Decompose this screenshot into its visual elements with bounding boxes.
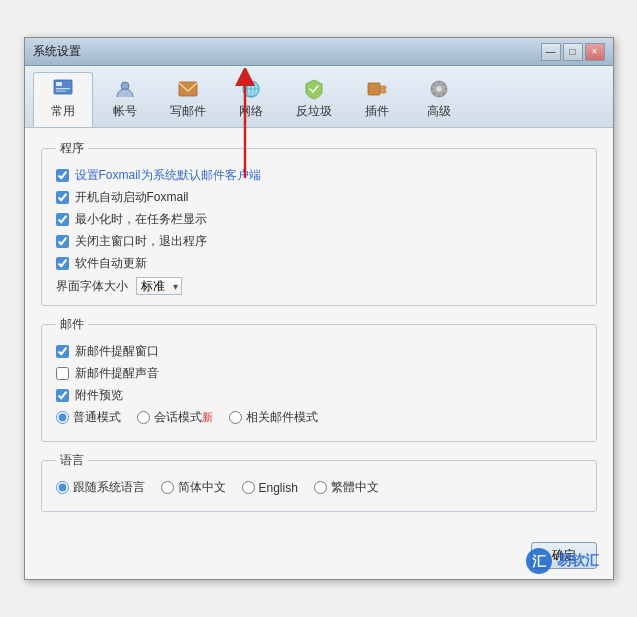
checkbox-default-client-label: 设置Foxmail为系统默认邮件客户端 [75,167,261,184]
tab-plugin-label: 插件 [365,103,389,120]
radio-item-traditional-chinese: 繁體中文 [314,479,379,496]
checkbox-close-exit-label: 关闭主窗口时，退出程序 [75,233,207,250]
tab-account-label: 帐号 [113,103,137,120]
tab-advanced[interactable]: 高级 [409,72,469,127]
radio-english-label: English [259,481,298,495]
radio-item-english: English [242,481,298,495]
checkbox-minimize-tray[interactable] [56,213,69,226]
checkbox-attachment-preview[interactable] [56,389,69,402]
font-size-row: 界面字体大小 标准 大 小 [56,277,582,295]
language-section-title: 语言 [56,452,88,469]
tab-spam-label: 反垃圾 [296,103,332,120]
svg-rect-12 [380,90,386,93]
radio-item-related: 相关邮件模式 [229,409,318,426]
checkbox-row-default-client: 设置Foxmail为系统默认邮件客户端 [56,167,582,184]
footer: 确定 汇 易软汇 [25,534,613,579]
radio-english[interactable] [242,481,255,494]
svg-rect-2 [56,88,70,89]
checkbox-close-exit[interactable] [56,235,69,248]
program-section-title: 程序 [56,140,88,157]
checkbox-new-mail-sound-label: 新邮件提醒声音 [75,365,159,382]
font-size-select-wrapper: 标准 大 小 [136,277,182,295]
language-row: 跟随系统语言 简体中文 English 繁體中文 [56,479,582,496]
tab-network[interactable]: 网络 [221,72,281,127]
tab-plugin[interactable]: 插件 [347,72,407,127]
checkbox-attachment-preview-label: 附件预览 [75,387,123,404]
radio-item-normal: 普通模式 [56,409,121,426]
checkbox-new-mail-window-label: 新邮件提醒窗口 [75,343,159,360]
network-icon [239,77,263,101]
tab-common-label: 常用 [51,103,75,120]
maximize-button[interactable]: □ [563,43,583,61]
plugin-icon [365,77,389,101]
language-section: 语言 跟随系统语言 简体中文 English 繁體中文 [41,452,597,512]
font-size-select[interactable]: 标准 大 小 [136,277,182,295]
radio-simplified-chinese[interactable] [161,481,174,494]
settings-window: 系统设置 — □ × 常用 [24,37,614,580]
svg-rect-1 [56,82,62,86]
svg-rect-10 [368,83,380,95]
mail-mode-row: 普通模式 会话模式新 相关邮件模式 [56,409,582,426]
checkbox-auto-start-label: 开机自动启动Foxmail [75,189,189,206]
checkbox-row-minimize-tray: 最小化时，在任务栏显示 [56,211,582,228]
font-size-label: 界面字体大小 [56,278,128,295]
tab-compose-label: 写邮件 [170,103,206,120]
svg-point-14 [435,86,442,93]
watermark-logo-icon: 汇 [525,547,553,575]
watermark: 汇 易软汇 [525,547,599,575]
window-title: 系统设置 [33,43,81,60]
program-section: 程序 设置Foxmail为系统默认邮件客户端 开机自动启动Foxmail 最小化… [41,140,597,306]
tab-common[interactable]: 常用 [33,72,93,127]
radio-traditional-chinese[interactable] [314,481,327,494]
checkbox-default-client[interactable] [56,169,69,182]
tab-advanced-label: 高级 [427,103,451,120]
advanced-icon [427,77,451,101]
radio-traditional-chinese-label: 繁體中文 [331,479,379,496]
minimize-button[interactable]: — [541,43,561,61]
radio-normal-mode[interactable] [56,411,69,424]
tab-compose[interactable]: 写邮件 [157,72,219,127]
titlebar: 系统设置 — □ × [25,38,613,66]
checkbox-new-mail-window[interactable] [56,345,69,358]
checkbox-auto-update-label: 软件自动更新 [75,255,147,272]
radio-item-follow-system: 跟随系统语言 [56,479,145,496]
checkbox-new-mail-sound[interactable] [56,367,69,380]
mail-section: 邮件 新邮件提醒窗口 新邮件提醒声音 附件预览 普通模式 [41,316,597,442]
checkbox-minimize-tray-label: 最小化时，在任务栏显示 [75,211,207,228]
radio-item-conversation: 会话模式新 [137,409,213,426]
tab-network-label: 网络 [239,103,263,120]
tab-spam[interactable]: 反垃圾 [283,72,345,127]
new-badge: 新 [202,411,213,423]
checkbox-auto-update[interactable] [56,257,69,270]
titlebar-controls: — □ × [541,43,605,61]
radio-conversation-mode-label: 会话模式新 [154,409,213,426]
svg-text:汇: 汇 [532,553,547,569]
radio-simplified-chinese-label: 简体中文 [178,479,226,496]
radio-related-mode-label: 相关邮件模式 [246,409,318,426]
checkbox-row-new-mail-window: 新邮件提醒窗口 [56,343,582,360]
checkbox-row-new-mail-sound: 新邮件提醒声音 [56,365,582,382]
tabbar: 常用 帐号 写邮件 [25,66,613,128]
svg-rect-3 [56,91,66,92]
spam-icon [302,77,326,101]
svg-rect-5 [179,82,197,96]
close-button[interactable]: × [585,43,605,61]
radio-item-simplified-chinese: 简体中文 [161,479,226,496]
radio-normal-mode-label: 普通模式 [73,409,121,426]
radio-related-mode[interactable] [229,411,242,424]
checkbox-row-auto-update: 软件自动更新 [56,255,582,272]
mail-section-title: 邮件 [56,316,88,333]
tab-account[interactable]: 帐号 [95,72,155,127]
radio-follow-system[interactable] [56,481,69,494]
checkbox-row-attachment-preview: 附件预览 [56,387,582,404]
checkbox-row-close-exit: 关闭主窗口时，退出程序 [56,233,582,250]
radio-follow-system-label: 跟随系统语言 [73,479,145,496]
account-icon [113,77,137,101]
compose-icon [176,77,200,101]
watermark-text: 易软汇 [557,552,599,570]
content-area: 程序 设置Foxmail为系统默认邮件客户端 开机自动启动Foxmail 最小化… [25,128,613,534]
checkbox-auto-start[interactable] [56,191,69,204]
radio-conversation-mode[interactable] [137,411,150,424]
common-icon [51,77,75,101]
svg-rect-11 [380,86,386,89]
